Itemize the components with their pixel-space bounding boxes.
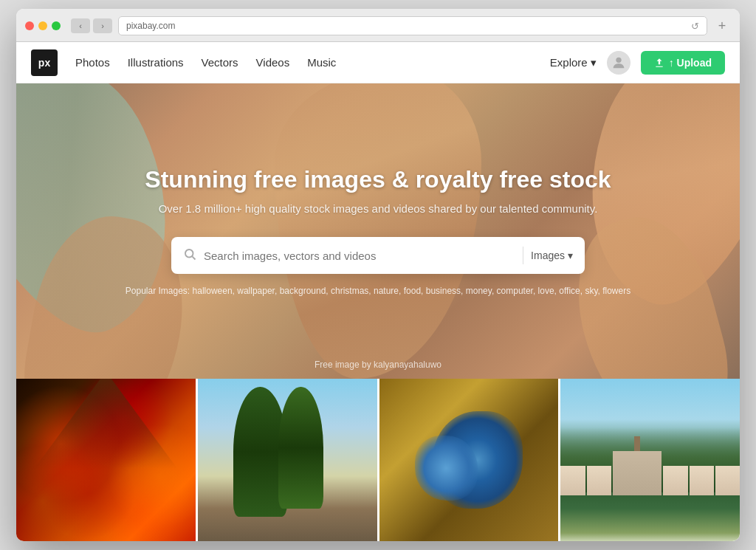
browser-titlebar: ‹ › pixabay.com ↺ +	[25, 16, 731, 35]
nav-right: Explore ▾ ↑ Upload	[550, 51, 725, 75]
svg-point-0	[616, 57, 621, 62]
church-building	[613, 451, 662, 495]
browser-chrome: ‹ › pixabay.com ↺ +	[16, 9, 740, 42]
address-text: pixabay.com	[126, 21, 687, 31]
search-category-label: Images	[531, 250, 565, 261]
popular-tags: Popular Images: halloween, wallpaper, ba…	[46, 286, 710, 296]
explore-label: Explore	[550, 56, 588, 69]
explore-button[interactable]: Explore ▾	[550, 56, 597, 69]
user-avatar[interactable]	[607, 51, 630, 75]
nav-vectors[interactable]: Vectors	[202, 56, 238, 69]
nav-videos[interactable]: Videos	[256, 56, 290, 69]
search-input[interactable]	[204, 250, 515, 262]
building-1	[560, 466, 585, 495]
hero-title: Stunning free images & royalty free stoc…	[46, 166, 710, 193]
image-grid	[16, 379, 740, 541]
upload-label: ↑ Upload	[669, 57, 712, 69]
building-3	[663, 466, 687, 495]
nav-illustrations[interactable]: Illustrations	[128, 56, 184, 69]
hero-credit: Free image by kalyanayahaluwo	[315, 360, 441, 370]
village-buildings	[560, 451, 740, 495]
search-category-dropdown[interactable]: Images ▾	[531, 250, 573, 261]
browser-window: ‹ › pixabay.com ↺ + px Photos Illustrati…	[16, 9, 740, 541]
hero-content: Stunning free images & royalty free stoc…	[16, 166, 740, 296]
grid-item-umbrellas[interactable]	[16, 379, 196, 541]
upload-button[interactable]: ↑ Upload	[641, 51, 725, 75]
umbrella-structure-decoration	[34, 379, 177, 469]
site-logo[interactable]: px	[31, 49, 58, 76]
refresh-icon[interactable]: ↺	[691, 21, 699, 32]
search-bar[interactable]: Images ▾	[171, 237, 585, 274]
svg-line-2	[192, 256, 195, 259]
building-5	[715, 466, 740, 495]
hero-subtitle: Over 1.8 million+ high quality stock ima…	[46, 202, 710, 215]
nav-photos[interactable]: Photos	[75, 56, 110, 69]
nav-music[interactable]: Music	[307, 56, 336, 69]
search-category-chevron-icon: ▾	[568, 250, 573, 261]
grid-item-village[interactable]	[560, 379, 740, 541]
popular-prefix: Popular Images:	[126, 286, 190, 296]
fullscreen-button[interactable]	[52, 21, 61, 30]
nav-links: Photos Illustrations Vectors Videos Musi…	[75, 56, 550, 69]
close-button[interactable]	[25, 21, 34, 30]
minimize-button[interactable]	[38, 21, 47, 30]
search-divider	[523, 247, 523, 264]
nav-buttons: ‹ ›	[71, 18, 112, 33]
hero-section: Stunning free images & royalty free stoc…	[16, 83, 740, 379]
svg-point-1	[185, 250, 193, 258]
grid-item-girl[interactable]	[198, 379, 377, 541]
popular-tag-list: halloween, wallpaper, background, christ…	[193, 286, 631, 296]
grid-item-butterfly[interactable]	[379, 379, 559, 541]
explore-chevron-icon: ▾	[591, 56, 597, 69]
search-icon	[183, 247, 196, 264]
building-4	[690, 466, 714, 495]
traffic-lights	[25, 21, 61, 30]
building-2	[587, 466, 611, 495]
new-tab-button[interactable]: +	[713, 17, 731, 35]
back-button[interactable]: ‹	[71, 18, 90, 33]
forward-button[interactable]: ›	[93, 18, 112, 33]
site-nav: px Photos Illustrations Vectors Videos M…	[16, 42, 740, 83]
address-bar[interactable]: pixabay.com ↺	[118, 16, 707, 35]
